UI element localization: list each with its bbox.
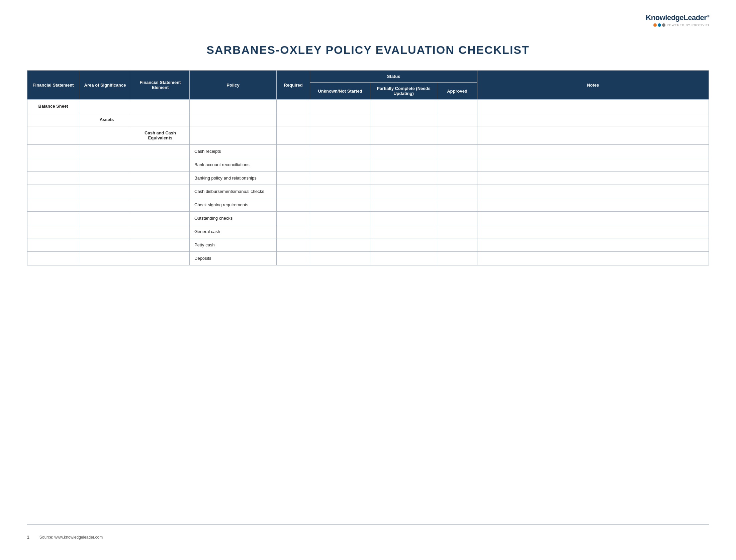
cell-empty [370,198,437,212]
table-row: Bank account reconciliations [27,158,709,172]
cell-empty [370,238,437,252]
cell-balance-sheet: Balance Sheet [27,100,79,113]
cell-empty [27,212,79,225]
th-area-of-significance: Area of Significance [79,71,131,100]
cell-empty [370,100,437,113]
cell-empty [310,158,370,172]
cell-empty [437,158,477,172]
table-row: Balance Sheet [27,100,709,113]
logo-brand-text: KnowledgeLeader [646,13,707,22]
cell-empty [79,225,131,238]
cell-empty [79,212,131,225]
cell-cash-disbursements: Cash disbursements/manual checks [190,185,277,198]
cell-empty [370,185,437,198]
footer-source: Source: www.knowledgeleader.com [39,535,103,540]
table-row: Cash receipts [27,145,709,158]
main-table-wrapper: Financial Statement Area of Significance… [27,70,709,265]
cell-empty [477,185,709,198]
cell-empty [27,238,79,252]
table-row: Deposits [27,252,709,265]
table-row: Outstanding checks [27,212,709,225]
table-row: Check signing requirements [27,198,709,212]
table-body: Balance Sheet Assets [27,100,709,265]
cell-cash-equivalents: Cash and Cash Equivalents [131,126,190,145]
cell-empty [79,172,131,185]
cell-empty [477,100,709,113]
cell-empty [437,252,477,265]
cell-empty [437,212,477,225]
cell-empty [477,126,709,145]
cell-empty [310,225,370,238]
cell-empty [131,198,190,212]
cell-cash-receipts: Cash receipts [190,145,277,158]
cell-empty [437,185,477,198]
cell-empty [277,126,310,145]
footer: 1 Source: www.knowledgeleader.com [27,524,709,540]
cell-empty [277,113,310,126]
cell-empty [477,252,709,265]
cell-empty [310,172,370,185]
cell-empty [477,212,709,225]
cell-empty [437,100,477,113]
cell-empty [79,238,131,252]
cell-empty [277,145,310,158]
cell-empty [277,172,310,185]
table-row: General cash [27,225,709,238]
th-financial-statement: Financial Statement [27,71,79,100]
cell-empty [27,225,79,238]
cell-outstanding-checks: Outstanding checks [190,212,277,225]
cell-empty [190,126,277,145]
th-notes: Notes [477,71,709,100]
dot-blue-icon [658,23,661,27]
page-title: SARBANES-OXLEY POLICY EVALUATION CHECKLI… [27,43,709,57]
cell-empty [437,172,477,185]
cell-empty [477,113,709,126]
cell-empty [310,198,370,212]
th-approved: Approved [437,83,477,100]
th-unknown-not-started: Unknown/Not Started [310,83,370,100]
header-row-main: Financial Statement Area of Significance… [27,71,709,83]
footer-page-number: 1 [27,535,29,540]
cell-empty [477,145,709,158]
cell-empty [477,172,709,185]
cell-banking-policy: Banking policy and relationships [190,172,277,185]
page: KnowledgeLeader® POWERED BY PROTIVITI SA… [0,0,736,560]
cell-empty [27,113,79,126]
table-row: Assets [27,113,709,126]
cell-empty [27,126,79,145]
cell-empty [27,172,79,185]
cell-empty [277,100,310,113]
cell-empty [370,126,437,145]
th-required: Required [277,71,310,100]
cell-empty [79,252,131,265]
logo-powered-text: POWERED BY PROTIVITI [667,23,709,27]
cell-empty [310,238,370,252]
cell-petty-cash: Petty cash [190,238,277,252]
cell-empty [437,198,477,212]
cell-empty [277,212,310,225]
cell-empty [277,198,310,212]
cell-empty [437,145,477,158]
logo-dots [653,23,665,27]
cell-empty [27,252,79,265]
table-row: Cash and Cash Equivalents [27,126,709,145]
cell-empty [437,225,477,238]
cell-empty [79,126,131,145]
dot-orange-icon [653,23,657,27]
cell-empty [477,158,709,172]
cell-empty [131,225,190,238]
cell-empty [190,113,277,126]
cell-empty [131,238,190,252]
cell-empty [27,198,79,212]
cell-empty [277,158,310,172]
th-status-group: Status [310,71,477,83]
cell-empty [131,145,190,158]
cell-empty [437,126,477,145]
cell-empty [370,225,437,238]
cell-empty [310,252,370,265]
cell-empty [79,198,131,212]
cell-empty [370,158,437,172]
table-row: Banking policy and relationships [27,172,709,185]
cell-empty [477,238,709,252]
cell-check-signing: Check signing requirements [190,198,277,212]
